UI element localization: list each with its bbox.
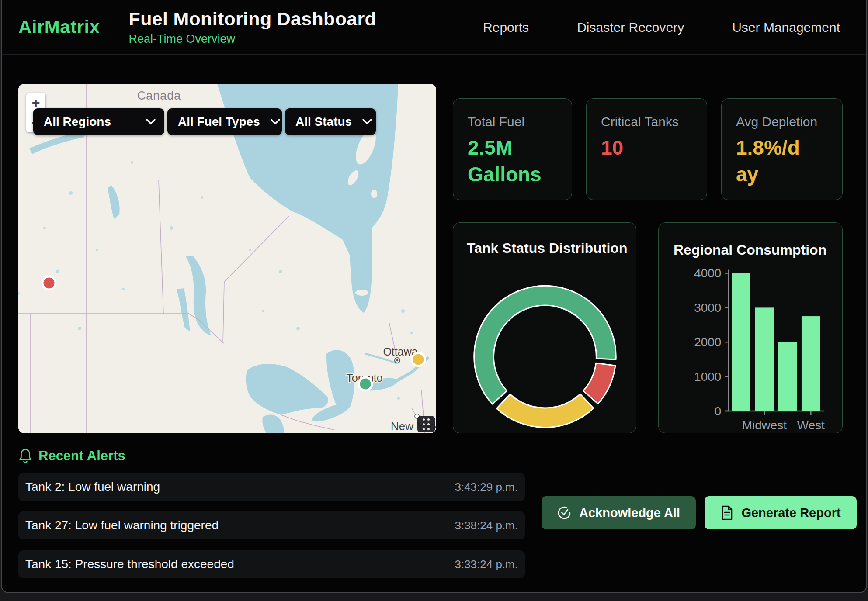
alert-text: Tank 27: Low fuel warning triggered — [25, 518, 219, 532]
city-dot-ottawa — [395, 358, 400, 363]
nav-disaster-recovery[interactable]: Disaster Recovery — [577, 20, 684, 35]
chevron-down-icon — [146, 119, 156, 125]
dashboard-window: AirMatrix Fuel Monitoring Dashboard Real… — [1, 0, 867, 593]
alert-row[interactable]: Tank 27: Low fuel warning triggered 3:38… — [18, 511, 525, 539]
map-canvas: Canada Ottawa Toronto New York — [18, 84, 436, 433]
brand-logo: AirMatrix — [18, 17, 100, 38]
chevron-down-icon — [271, 119, 280, 125]
map-marker-critical[interactable] — [42, 276, 56, 290]
top-bar: AirMatrix Fuel Monitoring Dashboard Real… — [2, 0, 866, 55]
status-filter-label: All Status — [295, 115, 352, 129]
generate-report-label: Generate Report — [741, 506, 840, 520]
svg-text:2000: 2000 — [694, 335, 721, 349]
svg-text:4000: 4000 — [694, 266, 721, 280]
page-subtitle: Real-Time Overview — [129, 32, 376, 46]
fuel-type-filter-label: All Fuel Types — [178, 115, 260, 129]
main-nav: Reports Disaster Recovery User Managemen… — [483, 0, 840, 55]
svg-text:West: West — [797, 418, 825, 432]
document-icon — [720, 505, 733, 520]
stat-value: 1.8%/day — [736, 135, 802, 187]
svg-text:Midwest: Midwest — [742, 418, 787, 432]
recent-alerts-title: Recent Alerts — [38, 448, 125, 464]
region-filter-select[interactable]: All Regions — [33, 108, 164, 135]
acknowledge-all-label: Acknowledge All — [579, 506, 680, 520]
stat-card-critical-tanks: Critical Tanks 10 — [586, 98, 707, 200]
map-filter-bar: All Regions All Fuel Types All Status — [33, 108, 376, 135]
chevron-down-icon — [362, 119, 372, 125]
stat-value: 10 — [601, 135, 707, 161]
alert-text: Tank 15: Pressure threshold exceeded — [25, 557, 234, 571]
tank-status-card: Tank Status Distribution — [453, 222, 636, 433]
region-filter-label: All Regions — [44, 115, 111, 129]
svg-text:0: 0 — [715, 404, 722, 418]
map-marker-normal[interactable] — [359, 377, 372, 390]
map-label-canada: Canada — [137, 89, 181, 102]
tank-status-donut-chart — [453, 223, 636, 433]
stat-label: Total Fuel — [468, 114, 572, 129]
status-filter-select[interactable]: All Status — [285, 108, 376, 135]
alert-time: 3:38:24 p.m. — [455, 519, 518, 532]
fuel-type-filter-select[interactable]: All Fuel Types — [167, 108, 282, 135]
stat-label: Critical Tanks — [601, 114, 707, 129]
map-marker-warning[interactable] — [412, 353, 425, 366]
regional-consumption-bar-chart: 01000200030004000MidwestWest — [659, 223, 842, 433]
stat-label: Avg Depletion — [736, 114, 842, 129]
generate-report-button[interactable]: Generate Report — [705, 496, 857, 529]
acknowledge-all-button[interactable]: Acknowledge All — [542, 496, 696, 529]
map-resize-handle[interactable] — [417, 416, 435, 432]
recent-alerts-heading: Recent Alerts — [18, 448, 125, 464]
check-circle-icon — [557, 506, 571, 520]
bell-icon — [18, 448, 32, 464]
alert-time: 3:33:24 p.m. — [455, 558, 518, 571]
alert-row[interactable]: Tank 2: Low fuel warning 3:43:29 p.m. — [18, 473, 525, 501]
svg-text:3000: 3000 — [694, 301, 721, 314]
regional-consumption-card: Regional Consumption 01000200030004000Mi… — [658, 222, 843, 433]
nav-reports[interactable]: Reports — [483, 20, 529, 35]
alert-time: 3:43:29 p.m. — [455, 480, 518, 494]
page-title: Fuel Monitoring Dashboard — [129, 8, 376, 30]
tank-map[interactable]: Canada Ottawa Toronto New York + − All R… — [18, 84, 436, 433]
stat-card-avg-depletion: Avg Depletion 1.8%/day — [721, 98, 843, 200]
stat-card-total-fuel: Total Fuel 2.5M Gallons — [453, 98, 572, 200]
alert-text: Tank 2: Low fuel warning — [25, 480, 160, 494]
svg-text:1000: 1000 — [694, 370, 721, 383]
stat-value: 2.5M Gallons — [468, 135, 559, 187]
title-block: Fuel Monitoring Dashboard Real-Time Over… — [129, 8, 376, 46]
nav-user-management[interactable]: User Management — [732, 20, 840, 35]
alert-row[interactable]: Tank 15: Pressure threshold exceeded 3:3… — [18, 550, 525, 578]
